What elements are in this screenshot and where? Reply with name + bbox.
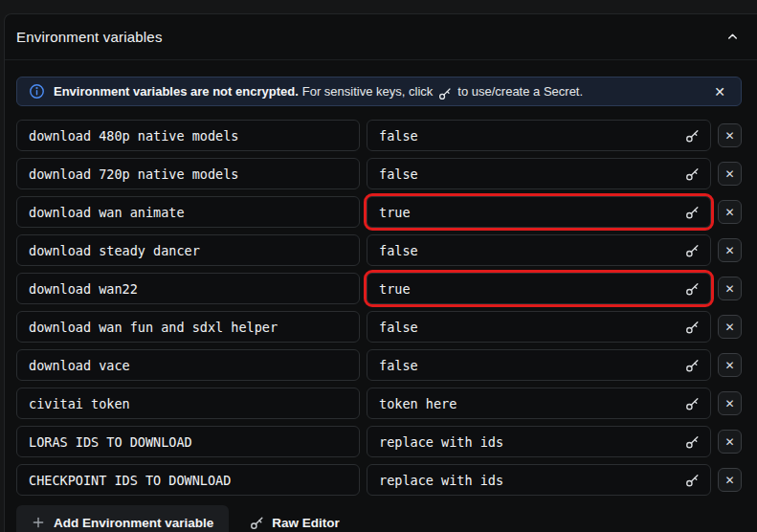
add-variable-label: Add Environment variable — [54, 516, 213, 530]
env-value-input[interactable] — [367, 465, 710, 495]
secret-key-button[interactable] — [683, 126, 701, 144]
close-icon: ✕ — [724, 475, 734, 486]
key-icon — [685, 281, 700, 296]
remove-variable-button[interactable]: ✕ — [718, 123, 742, 147]
banner-bold-text: Environment variables are not encrypted. — [54, 84, 299, 99]
env-key-input[interactable] — [17, 427, 359, 456]
key-icon — [438, 87, 452, 100]
remove-variable-button[interactable]: ✕ — [718, 162, 742, 186]
env-variable-row: ✕ — [16, 426, 742, 457]
env-key-field — [16, 349, 360, 381]
key-icon — [685, 320, 700, 334]
chevron-up-icon — [725, 30, 740, 44]
key-icon — [685, 243, 700, 257]
close-icon: ✕ — [714, 84, 725, 100]
secret-key-button[interactable] — [683, 165, 701, 183]
env-variable-row: ✕ — [16, 273, 742, 304]
env-value-input[interactable] — [367, 427, 710, 456]
secret-key-button[interactable] — [683, 471, 701, 489]
key-icon — [685, 128, 700, 143]
env-key-input[interactable] — [17, 121, 359, 150]
env-key-input[interactable] — [17, 388, 359, 418]
close-icon: ✕ — [724, 245, 734, 256]
env-key-field — [16, 464, 360, 496]
env-key-field — [16, 388, 360, 419]
footer-actions: Add Environment variable Raw Editor — [16, 505, 742, 532]
secret-key-button[interactable] — [683, 394, 701, 412]
env-key-input[interactable] — [17, 159, 359, 188]
env-variable-row: ✕ — [16, 196, 742, 228]
env-key-input[interactable] — [17, 465, 359, 495]
secret-key-button[interactable] — [683, 356, 701, 374]
env-key-input[interactable] — [17, 197, 359, 227]
banner-text-after: to use/create a Secret. — [457, 84, 583, 99]
env-value-input[interactable] — [367, 350, 710, 380]
env-value-field — [367, 426, 711, 457]
panel-header: Environment variables — [5, 14, 757, 60]
remove-variable-button[interactable]: ✕ — [718, 391, 742, 415]
env-key-input[interactable] — [17, 312, 359, 342]
secret-key-button[interactable] — [683, 241, 701, 259]
key-icon — [250, 516, 264, 530]
env-variable-row: ✕ — [16, 120, 742, 151]
banner-close-button[interactable]: ✕ — [710, 83, 729, 100]
env-rows-list: ✕ ✕ — [16, 120, 742, 496]
env-variable-row: ✕ — [16, 311, 742, 343]
key-icon — [685, 434, 700, 449]
key-icon — [685, 205, 700, 219]
secret-key-button[interactable] — [683, 279, 701, 298]
remove-variable-button[interactable]: ✕ — [718, 353, 742, 377]
env-variable-row: ✕ — [16, 234, 742, 266]
env-key-input[interactable] — [17, 350, 359, 380]
env-key-field — [16, 234, 360, 266]
close-icon: ✕ — [724, 207, 734, 218]
env-value-field — [367, 196, 711, 228]
env-value-field — [367, 120, 711, 151]
env-key-field — [16, 311, 360, 343]
key-icon — [685, 166, 700, 181]
info-banner: Environment variables are not encrypted.… — [16, 77, 742, 106]
env-value-field — [367, 234, 711, 266]
plus-icon — [32, 516, 45, 529]
close-icon: ✕ — [724, 283, 734, 295]
env-key-input[interactable] — [17, 235, 359, 265]
env-variable-row: ✕ — [16, 158, 742, 189]
env-key-input[interactable] — [17, 274, 359, 303]
remove-variable-button[interactable]: ✕ — [718, 430, 742, 454]
env-variable-row: ✕ — [16, 464, 742, 496]
close-icon: ✕ — [724, 168, 734, 180]
env-value-field — [367, 273, 711, 304]
remove-variable-button[interactable]: ✕ — [718, 200, 742, 224]
env-key-field — [16, 158, 360, 189]
remove-variable-button[interactable]: ✕ — [718, 277, 742, 300]
remove-variable-button[interactable]: ✕ — [718, 238, 742, 262]
env-value-input[interactable] — [367, 388, 710, 418]
env-value-input[interactable] — [367, 274, 710, 303]
environment-variables-panel: Environment variables Environment variab… — [4, 13, 757, 532]
env-value-input[interactable] — [367, 312, 710, 342]
secret-key-button[interactable] — [683, 432, 701, 451]
env-key-field — [16, 426, 360, 457]
info-icon — [29, 83, 45, 100]
key-icon — [685, 396, 700, 410]
env-value-input[interactable] — [367, 197, 710, 227]
secret-key-button[interactable] — [683, 203, 701, 221]
env-value-field — [367, 158, 711, 189]
add-variable-button[interactable]: Add Environment variable — [16, 505, 229, 532]
collapse-panel-button[interactable] — [725, 30, 740, 44]
raw-editor-button[interactable]: Raw Editor — [242, 505, 347, 532]
remove-variable-button[interactable]: ✕ — [718, 468, 742, 492]
env-value-input[interactable] — [367, 235, 710, 265]
close-icon: ✕ — [724, 436, 734, 448]
remove-variable-button[interactable]: ✕ — [718, 315, 742, 339]
env-variable-row: ✕ — [16, 388, 742, 419]
key-icon — [685, 473, 700, 487]
screen: Environment variables Environment variab… — [0, 0, 757, 532]
panel-body: Environment variables are not encrypted.… — [5, 60, 757, 532]
secret-key-button[interactable] — [683, 318, 701, 336]
env-value-input[interactable] — [367, 121, 710, 150]
banner-text-before: For sensitive keys, click — [302, 84, 434, 99]
env-value-input[interactable] — [367, 159, 710, 188]
env-key-field — [16, 196, 360, 228]
env-variable-row: ✕ — [16, 349, 742, 381]
